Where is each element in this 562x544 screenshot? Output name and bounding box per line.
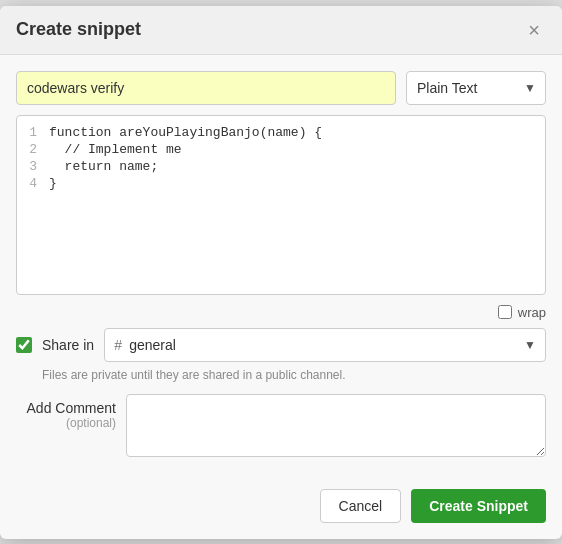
comment-label-group: Add Comment (optional) (16, 394, 116, 430)
share-row: Share in # general random ▼ (16, 328, 546, 362)
code-line-4: 4 } (17, 175, 545, 192)
line-content-3: return name; (49, 159, 158, 174)
code-line-1: 1 function areYouPlayingBanjo(name) { (17, 124, 545, 141)
wrap-label: wrap (518, 305, 546, 320)
cancel-button[interactable]: Cancel (320, 489, 402, 523)
line-number-1: 1 (17, 125, 49, 140)
share-checkbox[interactable] (16, 337, 32, 353)
code-line-2: 2 // Implement me (17, 141, 545, 158)
line-content-1: function areYouPlayingBanjo(name) { (49, 125, 322, 140)
create-snippet-button[interactable]: Create Snippet (411, 489, 546, 523)
modal-body: Plain Text JavaScript Python Ruby HTML C… (0, 55, 562, 489)
privacy-note: Files are private until they are shared … (16, 368, 546, 382)
line-number-2: 2 (17, 142, 49, 157)
line-number-3: 3 (17, 159, 49, 174)
language-select[interactable]: Plain Text JavaScript Python Ruby HTML C… (406, 71, 546, 105)
language-selector-wrapper: Plain Text JavaScript Python Ruby HTML C… (406, 71, 546, 105)
comment-section: Add Comment (optional) (16, 394, 546, 457)
create-snippet-modal: Create snippet × Plain Text JavaScript P… (0, 6, 562, 539)
modal-header: Create snippet × (0, 6, 562, 55)
share-label: Share in (42, 337, 94, 353)
line-content-4: } (49, 176, 57, 191)
line-number-4: 4 (17, 176, 49, 191)
comment-textarea[interactable] (126, 394, 546, 457)
code-line-3: 3 return name; (17, 158, 545, 175)
comment-optional-label: (optional) (16, 416, 116, 430)
close-button[interactable]: × (522, 18, 546, 42)
top-row: Plain Text JavaScript Python Ruby HTML C… (16, 71, 546, 105)
modal-title: Create snippet (16, 19, 141, 40)
channel-select-wrapper: # general random ▼ (104, 328, 546, 362)
channel-select[interactable]: general random (104, 328, 546, 362)
snippet-name-input[interactable] (16, 71, 396, 105)
code-editor[interactable]: 1 function areYouPlayingBanjo(name) { 2 … (16, 115, 546, 295)
wrap-row: wrap (16, 305, 546, 320)
line-content-2: // Implement me (49, 142, 182, 157)
wrap-checkbox[interactable] (498, 305, 512, 319)
modal-footer: Cancel Create Snippet (0, 489, 562, 539)
comment-label: Add Comment (16, 400, 116, 416)
